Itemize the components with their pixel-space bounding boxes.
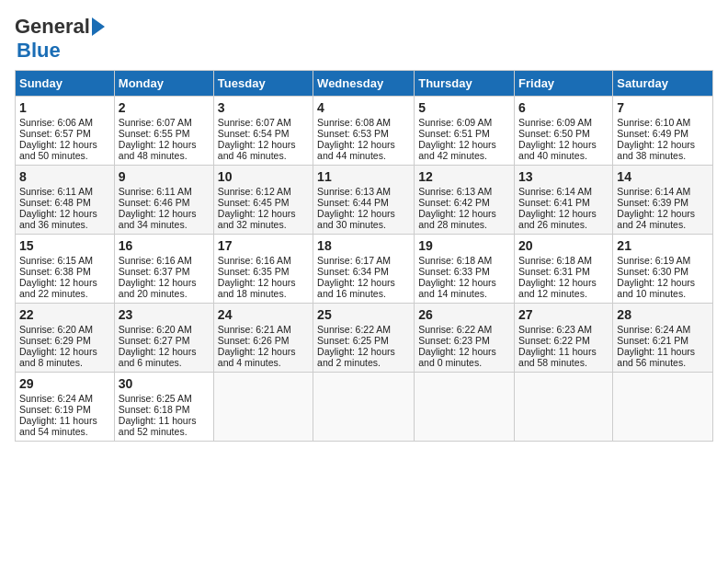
sunset: Sunset: 6:37 PM [119, 266, 190, 277]
calendar-cell [613, 373, 713, 442]
day-number: 6 [518, 100, 609, 115]
daylight: Daylight: 12 hours and 16 minutes. [317, 277, 395, 299]
calendar-cell: 27Sunrise: 6:23 AMSunset: 6:22 PMDayligh… [515, 304, 613, 373]
calendar-week-row: 1Sunrise: 6:06 AMSunset: 6:57 PMDaylight… [16, 97, 713, 166]
calendar-header-row: SundayMondayTuesdayWednesdayThursdayFrid… [16, 71, 713, 97]
sunset: Sunset: 6:27 PM [119, 335, 190, 346]
day-number: 17 [218, 238, 309, 253]
day-number: 1 [19, 100, 110, 115]
day-number: 30 [119, 376, 210, 391]
day-header: Monday [114, 71, 213, 97]
daylight: Daylight: 12 hours and 28 minutes. [418, 208, 496, 230]
daylight: Daylight: 12 hours and 44 minutes. [317, 139, 395, 161]
calendar-cell: 20Sunrise: 6:18 AMSunset: 6:31 PMDayligh… [515, 235, 613, 304]
daylight: Daylight: 12 hours and 8 minutes. [19, 346, 97, 368]
day-number: 13 [518, 169, 609, 184]
calendar-cell: 10Sunrise: 6:12 AMSunset: 6:45 PMDayligh… [213, 166, 313, 235]
sunset: Sunset: 6:49 PM [617, 128, 688, 139]
calendar-cell: 30Sunrise: 6:25 AMSunset: 6:18 PMDayligh… [114, 373, 213, 442]
sunrise: Sunrise: 6:25 AM [119, 393, 192, 404]
sunset: Sunset: 6:41 PM [518, 197, 590, 208]
day-number: 22 [19, 307, 110, 322]
day-header: Friday [515, 71, 613, 97]
daylight: Daylight: 12 hours and 0 minutes. [418, 346, 496, 368]
calendar-cell: 23Sunrise: 6:20 AMSunset: 6:27 PMDayligh… [114, 304, 213, 373]
sunrise: Sunrise: 6:24 AM [617, 324, 690, 335]
day-number: 28 [617, 307, 709, 322]
sunrise: Sunrise: 6:06 AM [19, 117, 93, 128]
calendar-cell: 15Sunrise: 6:15 AMSunset: 6:38 PMDayligh… [16, 235, 115, 304]
daylight: Daylight: 12 hours and 42 minutes. [418, 139, 496, 161]
sunset: Sunset: 6:46 PM [119, 197, 190, 208]
day-number: 18 [317, 238, 410, 253]
sunset: Sunset: 6:53 PM [317, 128, 389, 139]
page-header: General Blue [15, 15, 713, 63]
sunrise: Sunrise: 6:14 AM [518, 186, 592, 197]
calendar-cell: 26Sunrise: 6:22 AMSunset: 6:23 PMDayligh… [415, 304, 515, 373]
logo: General Blue [15, 15, 105, 63]
sunrise: Sunrise: 6:22 AM [317, 324, 391, 335]
daylight: Daylight: 12 hours and 14 minutes. [418, 277, 496, 299]
sunrise: Sunrise: 6:17 AM [317, 255, 391, 266]
day-header: Saturday [613, 71, 713, 97]
calendar-cell: 14Sunrise: 6:14 AMSunset: 6:39 PMDayligh… [613, 166, 713, 235]
calendar-week-row: 15Sunrise: 6:15 AMSunset: 6:38 PMDayligh… [16, 235, 713, 304]
calendar-cell: 12Sunrise: 6:13 AMSunset: 6:42 PMDayligh… [415, 166, 515, 235]
day-number: 14 [617, 169, 709, 184]
day-header: Thursday [415, 71, 515, 97]
sunset: Sunset: 6:18 PM [119, 404, 190, 415]
sunrise: Sunrise: 6:16 AM [218, 255, 291, 266]
calendar-cell: 5Sunrise: 6:09 AMSunset: 6:51 PMDaylight… [415, 97, 515, 166]
day-number: 5 [418, 100, 510, 115]
sunset: Sunset: 6:23 PM [418, 335, 490, 346]
calendar-body: 1Sunrise: 6:06 AMSunset: 6:57 PMDaylight… [16, 97, 713, 442]
calendar-week-row: 29Sunrise: 6:24 AMSunset: 6:19 PMDayligh… [16, 373, 713, 442]
sunset: Sunset: 6:38 PM [19, 266, 91, 277]
sunset: Sunset: 6:57 PM [19, 128, 91, 139]
daylight: Daylight: 12 hours and 22 minutes. [19, 277, 97, 299]
sunrise: Sunrise: 6:09 AM [518, 117, 592, 128]
sunset: Sunset: 6:44 PM [317, 197, 389, 208]
calendar-cell: 24Sunrise: 6:21 AMSunset: 6:26 PMDayligh… [213, 304, 313, 373]
sunset: Sunset: 6:33 PM [418, 266, 490, 277]
sunrise: Sunrise: 6:22 AM [418, 324, 492, 335]
daylight: Daylight: 12 hours and 36 minutes. [19, 208, 97, 230]
calendar-cell: 29Sunrise: 6:24 AMSunset: 6:19 PMDayligh… [16, 373, 115, 442]
day-number: 10 [218, 169, 309, 184]
sunrise: Sunrise: 6:15 AM [19, 255, 93, 266]
calendar-cell [213, 373, 313, 442]
day-number: 9 [119, 169, 210, 184]
sunrise: Sunrise: 6:10 AM [617, 117, 690, 128]
calendar-cell: 19Sunrise: 6:18 AMSunset: 6:33 PMDayligh… [415, 235, 515, 304]
sunrise: Sunrise: 6:19 AM [617, 255, 690, 266]
sunrise: Sunrise: 6:08 AM [317, 117, 391, 128]
sunrise: Sunrise: 6:07 AM [119, 117, 192, 128]
sunset: Sunset: 6:30 PM [617, 266, 688, 277]
daylight: Daylight: 12 hours and 18 minutes. [218, 277, 296, 299]
sunrise: Sunrise: 6:09 AM [418, 117, 492, 128]
calendar-cell: 4Sunrise: 6:08 AMSunset: 6:53 PMDaylight… [313, 97, 415, 166]
daylight: Daylight: 12 hours and 32 minutes. [218, 208, 296, 230]
daylight: Daylight: 11 hours and 54 minutes. [19, 415, 97, 437]
day-header: Sunday [16, 71, 115, 97]
calendar-cell: 18Sunrise: 6:17 AMSunset: 6:34 PMDayligh… [313, 235, 415, 304]
calendar-cell: 6Sunrise: 6:09 AMSunset: 6:50 PMDaylight… [515, 97, 613, 166]
sunset: Sunset: 6:31 PM [518, 266, 590, 277]
sunset: Sunset: 6:26 PM [218, 335, 290, 346]
sunrise: Sunrise: 6:20 AM [19, 324, 93, 335]
day-number: 7 [617, 100, 709, 115]
day-number: 15 [19, 238, 110, 253]
sunrise: Sunrise: 6:11 AM [119, 186, 192, 197]
sunrise: Sunrise: 6:20 AM [119, 324, 192, 335]
day-number: 23 [119, 307, 210, 322]
daylight: Daylight: 12 hours and 26 minutes. [518, 208, 597, 230]
sunrise: Sunrise: 6:13 AM [418, 186, 492, 197]
day-number: 16 [119, 238, 210, 253]
day-number: 21 [617, 238, 709, 253]
day-number: 26 [418, 307, 510, 322]
logo-arrow-icon [92, 17, 105, 36]
daylight: Daylight: 12 hours and 46 minutes. [218, 139, 296, 161]
sunrise: Sunrise: 6:14 AM [617, 186, 690, 197]
calendar-cell: 16Sunrise: 6:16 AMSunset: 6:37 PMDayligh… [114, 235, 213, 304]
sunset: Sunset: 6:39 PM [617, 197, 688, 208]
